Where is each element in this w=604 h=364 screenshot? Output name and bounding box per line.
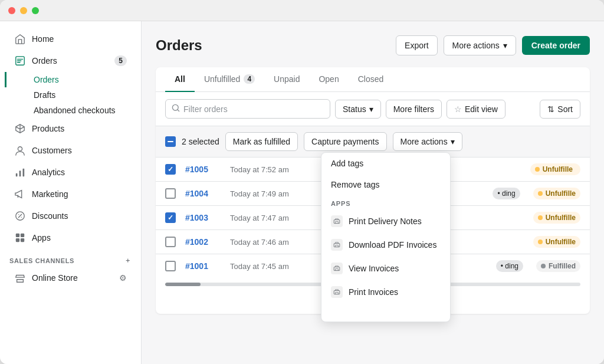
filter-bar: Status ▾ More filters ☆ Edit view ⇅ Sort: [156, 92, 590, 126]
order-number-1001[interactable]: #1001: [185, 261, 221, 271]
svg-point-1: [18, 147, 22, 151]
minimize-button[interactable]: [20, 7, 27, 14]
order-number-1004[interactable]: #1004: [185, 189, 221, 198]
close-button[interactable]: [8, 7, 15, 14]
apps-icon: [14, 232, 26, 244]
pending-badge-1001: • ding: [496, 260, 523, 272]
row-checkbox-1002[interactable]: [165, 237, 176, 247]
sidebar-item-customers[interactable]: Customers: [5, 140, 136, 161]
sales-channels-label: SALES CHANNELS: [9, 257, 74, 264]
pending-badge-1004: • ding: [493, 188, 520, 199]
edit-view-button[interactable]: ☆ Edit view: [447, 100, 505, 119]
tab-closed[interactable]: Closed: [349, 67, 393, 92]
app-body: Home Orders 5 Orders Drafts Abandone: [0, 21, 604, 364]
chevron-down-icon: ▾: [369, 104, 373, 114]
analytics-icon: [14, 166, 26, 178]
status-badge-1001: Fulfilled: [536, 260, 580, 272]
selection-more-actions-button[interactable]: More actions ▾: [393, 132, 462, 151]
svg-rect-6: [16, 234, 19, 237]
tab-unfulfilled[interactable]: Unfulfilled 4: [195, 67, 264, 92]
app-icon-print-invoices: [331, 286, 343, 298]
row-checkbox-1003[interactable]: [165, 212, 176, 223]
status-badge-1005: Unfulfilled: [530, 163, 580, 175]
add-sales-channel-icon[interactable]: ＋: [124, 256, 132, 265]
sidebar-item-marketing[interactable]: Marketing: [5, 183, 136, 205]
sidebar-sub-orders-label: Orders: [34, 75, 59, 84]
status-dot: [541, 264, 546, 268]
row-checkbox-1004[interactable]: [165, 188, 176, 199]
status-badge-1004: Unfulfille: [533, 188, 580, 199]
online-store-label: Online Store: [32, 273, 78, 283]
select-all-checkbox[interactable]: [165, 136, 176, 147]
scrollbar-thumb[interactable]: [165, 283, 201, 286]
dropdown-remove-tags[interactable]: Remove tags: [321, 174, 450, 195]
sidebar-sub-drafts-label: Drafts: [34, 90, 55, 100]
more-actions-button[interactable]: More actions ▾: [444, 35, 516, 55]
tab-unpaid[interactable]: Unpaid: [264, 67, 309, 92]
sidebar-sub-orders[interactable]: Orders: [5, 72, 141, 87]
sidebar-sub-abandoned[interactable]: Abandoned checkouts: [5, 103, 141, 118]
status-filter-button[interactable]: Status ▾: [335, 100, 381, 119]
more-filters-button[interactable]: More filters: [386, 100, 442, 119]
selection-bar: 2 selected Mark as fulfilled Capture pay…: [156, 126, 590, 158]
dropdown-print-delivery[interactable]: Print Delivery Notes: [321, 209, 450, 233]
sidebar-item-home-label: Home: [32, 34, 54, 44]
tab-all[interactable]: All: [165, 67, 195, 92]
discounts-icon: [14, 210, 26, 222]
sidebar-sub-abandoned-label: Abandoned checkouts: [34, 106, 116, 115]
create-order-button[interactable]: Create order: [522, 36, 590, 55]
svg-rect-4: [23, 169, 25, 177]
orders-card: All Unfulfilled 4 Unpaid Open Closed: [156, 67, 590, 314]
sidebar-item-apps-label: Apps: [32, 233, 51, 242]
dropdown-download-pdf[interactable]: Download PDF Invoices: [321, 233, 450, 257]
sidebar-item-analytics[interactable]: Analytics: [5, 162, 136, 183]
unfulfilled-badge: 4: [244, 74, 255, 84]
sidebar-sub-drafts[interactable]: Drafts: [5, 87, 141, 103]
order-time-1005: Today at 7:52 am: [230, 165, 313, 174]
chevron-down-icon: ▾: [451, 137, 455, 146]
sidebar-item-online-store[interactable]: Online Store ⚙: [5, 267, 136, 288]
app-icon-print-delivery: [331, 215, 343, 227]
sidebar-item-analytics-label: Analytics: [32, 168, 65, 177]
header-actions: Export More actions ▾ Create order: [396, 35, 590, 55]
products-icon: [14, 123, 26, 135]
more-actions-label: More actions: [452, 41, 500, 50]
dropdown-view-invoices[interactable]: View Invoices: [321, 257, 450, 280]
capture-payments-button[interactable]: Capture payments: [304, 132, 386, 151]
settings-icon[interactable]: ⚙: [119, 273, 127, 283]
maximize-button[interactable]: [32, 7, 39, 14]
dropdown-print-invoices[interactable]: Print Invoices: [321, 280, 450, 304]
chevron-down-icon: ▾: [503, 41, 507, 50]
search-wrap[interactable]: [165, 99, 330, 119]
sidebar-item-apps[interactable]: Apps: [5, 227, 136, 248]
row-checkbox-1001[interactable]: [165, 261, 176, 271]
sidebar-item-products[interactable]: Products: [5, 118, 136, 139]
search-input[interactable]: [183, 104, 324, 114]
sidebar-item-customers-label: Customers: [32, 146, 72, 155]
status-dot: [538, 191, 543, 196]
order-time-1002: Today at 7:46 am: [230, 238, 313, 247]
mark-fulfilled-button[interactable]: Mark as fulfilled: [225, 132, 298, 151]
tab-open[interactable]: Open: [309, 67, 348, 92]
search-icon: [172, 104, 180, 114]
order-number-1003[interactable]: #1003: [185, 213, 221, 222]
row-checkbox-1005[interactable]: [165, 164, 176, 175]
dropdown-add-tags[interactable]: Add tags: [321, 153, 450, 174]
export-button[interactable]: Export: [396, 35, 437, 55]
page-header: Orders Export More actions ▾ Create orde…: [156, 35, 590, 55]
app-icon-download-pdf: [331, 239, 343, 251]
sidebar-item-discounts[interactable]: Discounts: [5, 205, 136, 227]
tabs-bar: All Unfulfilled 4 Unpaid Open Closed: [156, 67, 590, 92]
sidebar-item-home[interactable]: Home: [5, 28, 136, 50]
sidebar-item-orders[interactable]: Orders 5: [5, 50, 136, 71]
order-number-1002[interactable]: #1002: [185, 237, 221, 247]
status-badge-1002: Unfulfille: [533, 236, 580, 248]
app-icon-view-invoices: [331, 263, 343, 274]
sort-button[interactable]: ⇅ Sort: [540, 100, 580, 119]
order-number-1005[interactable]: #1005: [185, 165, 221, 174]
dropdown-apps-label: APPS: [321, 195, 450, 209]
svg-rect-2: [16, 173, 18, 176]
svg-rect-7: [21, 234, 24, 237]
status-dot: [538, 240, 543, 244]
svg-rect-8: [16, 238, 19, 242]
